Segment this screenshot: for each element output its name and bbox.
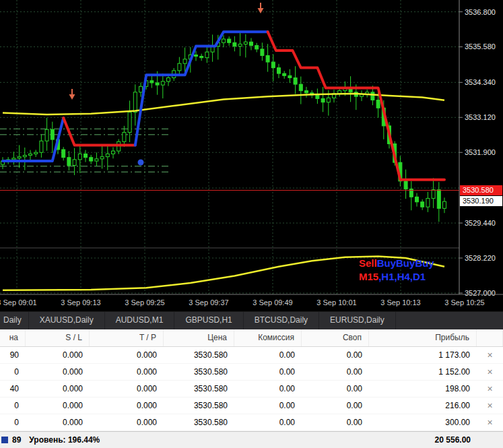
cell-open: 0: [0, 364, 26, 380]
cell-swap: 0.00: [302, 414, 369, 430]
cell-tp: 0.000: [90, 381, 164, 397]
trade-row[interactable]: 900.0000.0003530.5800.000.001 173.00×: [0, 347, 503, 364]
price-axis-label: 3534.340: [465, 78, 496, 86]
cell-price: 3530.580: [164, 414, 234, 430]
column-header-2[interactable]: T / P: [90, 329, 164, 346]
total-profit-value: 20 556.00: [435, 435, 471, 445]
cell-commission: 0.00: [234, 414, 302, 430]
column-header-3[interactable]: Цена: [164, 329, 234, 346]
cell-open: 90: [0, 347, 26, 363]
cell-sl: 0.000: [26, 414, 90, 430]
cell-tp: 0.000: [90, 397, 164, 414]
column-header-4[interactable]: Комиссия: [234, 329, 302, 346]
price-axis-label: 3531.900: [465, 148, 496, 156]
time-axis-label: 3 Sep 09:49: [253, 298, 292, 307]
chart-tab-xauusd-daily[interactable]: XAUUSD,Daily: [29, 312, 105, 329]
cell-tp: 0.000: [90, 364, 164, 380]
price-axis-label: 3536.800: [465, 8, 496, 16]
time-axis-label: 3 Sep 09:37: [189, 298, 228, 307]
column-header-6[interactable]: Прибыль: [369, 329, 477, 346]
cell-profit: 198.00: [369, 381, 477, 397]
terminal-window: SellBuyBuyBuyM15,H1,H4,D13536.8003535.58…: [0, 0, 503, 448]
price-axis-label: 3535.580: [465, 42, 496, 51]
chart-tab-daily[interactable]: Daily: [0, 312, 29, 329]
status-bar: 89 Уровень: 196.44% 20 556.00: [0, 431, 503, 448]
price-chart[interactable]: SellBuyBuyBuyM15,H1,H4,D13536.8003535.58…: [0, 0, 503, 311]
chart-tab-gbpusd-h1[interactable]: GBPUSD,H1: [174, 312, 243, 329]
cell-swap: 0.00: [302, 347, 369, 363]
cell-open: 0: [0, 397, 26, 414]
connection-icon: [1, 437, 8, 443]
time-axis-label: 3 Sep 10:25: [444, 298, 484, 307]
close-position-button[interactable]: ×: [477, 414, 503, 430]
cell-commission: 0.00: [234, 397, 302, 414]
cell-price: 3530.580: [164, 347, 234, 363]
trade-row[interactable]: 400.0000.0003530.5800.000.00198.00×: [0, 381, 503, 397]
trade-row[interactable]: 00.0000.0003530.5800.000.001 152.00×: [0, 364, 503, 381]
time-axis-label: 3 Sep 10:01: [316, 298, 356, 307]
price-axis-label: 3528.220: [465, 254, 496, 262]
cell-profit: 1 152.00: [369, 364, 477, 380]
close-position-button[interactable]: ×: [477, 397, 503, 414]
chart-tabs-bar: DailyXAUUSD,DailyAUDUSD,M1GBPUSD,H1BTCUS…: [0, 311, 503, 329]
margin-level-label: Уровень: 196.44%: [29, 435, 100, 445]
trade-table-header: наS / LT / PЦенаКомиссияСвопПрибыль: [0, 329, 503, 347]
cell-profit: 300.00: [369, 414, 477, 430]
chart-tab-eurusd-daily[interactable]: EURUSD,Daily: [319, 312, 396, 329]
cell-profit: 216.00: [369, 397, 477, 414]
cell-price: 3530.580: [164, 381, 234, 397]
cell-price: 3530.580: [164, 397, 234, 414]
cell-tp: 0.000: [90, 347, 164, 363]
status-partial-value: 89: [12, 435, 21, 445]
signal-direction-label: SellBuyBuyBuy: [359, 257, 434, 269]
cell-commission: 0.00: [234, 381, 302, 397]
price-axis-label: 3529.440: [465, 219, 496, 227]
column-header-0[interactable]: на: [0, 329, 26, 346]
cell-sl: 0.000: [26, 381, 90, 397]
time-axis-label: 3 Sep 10:13: [380, 298, 420, 307]
cell-sl: 0.000: [26, 347, 90, 363]
cell-tp: 0.000: [90, 414, 164, 430]
cell-open: 40: [0, 381, 26, 397]
svg-text:3530.580: 3530.580: [463, 186, 494, 194]
cell-profit: 1 173.00: [369, 347, 477, 363]
cell-open: 0: [0, 414, 26, 430]
cell-swap: 0.00: [302, 381, 369, 397]
cell-swap: 0.00: [302, 364, 369, 380]
price-axis-label: 3533.120: [465, 113, 496, 121]
cell-swap: 0.00: [302, 397, 369, 414]
column-header-1[interactable]: S / L: [26, 329, 90, 346]
time-axis-label: 3 Sep 09:01: [0, 298, 37, 307]
cell-sl: 0.000: [26, 397, 90, 414]
time-axis-label: 3 Sep 09:25: [125, 298, 164, 307]
column-header-7[interactable]: [477, 329, 503, 346]
timeframes-label: M15,H1,H4,D1: [359, 271, 426, 282]
time-axis-label: 3 Sep 09:13: [61, 298, 100, 307]
chart-canvas[interactable]: SellBuyBuyBuyM15,H1,H4,D13536.8003535.58…: [0, 0, 503, 311]
column-header-5[interactable]: Своп: [302, 329, 369, 346]
close-position-button[interactable]: ×: [477, 364, 503, 380]
close-position-button[interactable]: ×: [477, 381, 503, 397]
cell-commission: 0.00: [234, 364, 302, 380]
signal-dot-icon: [138, 160, 144, 166]
cell-commission: 0.00: [234, 347, 302, 363]
close-position-button[interactable]: ×: [477, 347, 503, 363]
trade-row[interactable]: 00.0000.0003530.5800.000.00300.00×: [0, 414, 503, 431]
chart-tab-audusd-m1[interactable]: AUDUSD,M1: [105, 312, 175, 329]
cell-sl: 0.000: [26, 364, 90, 380]
cell-price: 3530.580: [164, 364, 234, 380]
chart-tab-btcusd-daily[interactable]: BTCUSD,Daily: [244, 312, 319, 329]
trade-table: наS / LT / PЦенаКомиссияСвопПрибыль900.0…: [0, 329, 503, 431]
trade-row[interactable]: 00.0000.0003530.5800.000.00216.00×: [0, 397, 503, 414]
price-axis-label: 3527.000: [465, 289, 496, 297]
svg-text:3530.190: 3530.190: [463, 197, 494, 205]
